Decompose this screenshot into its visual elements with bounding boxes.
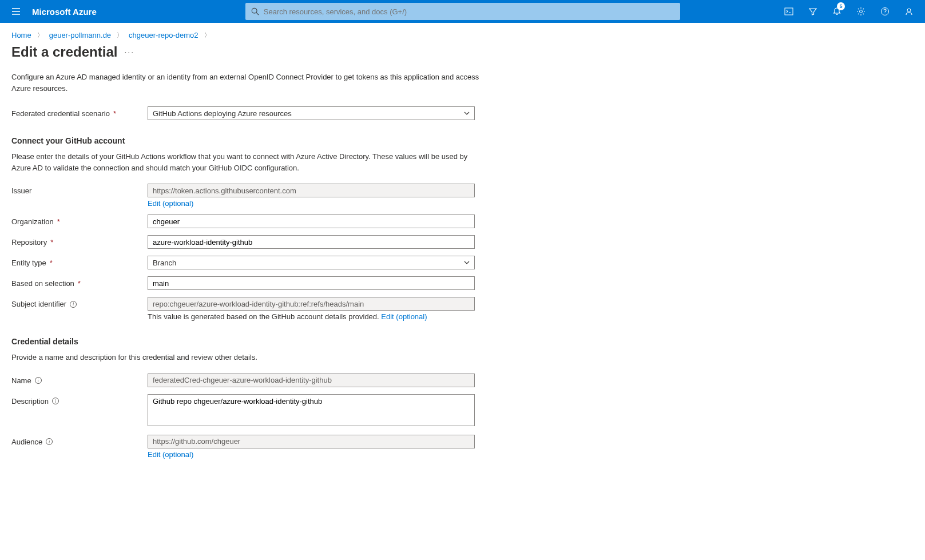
svg-point-2 [860, 10, 863, 13]
info-icon[interactable]: i [46, 438, 53, 445]
gear-icon [856, 7, 866, 16]
hamburger-menu-button[interactable] [5, 0, 27, 23]
info-icon[interactable]: i [70, 301, 77, 308]
scenario-label: Federated credential scenario [11, 109, 110, 118]
required-indicator: * [78, 279, 81, 288]
breadcrumb-home[interactable]: Home [11, 31, 31, 39]
global-search-input[interactable] [245, 3, 680, 20]
help-icon [880, 7, 890, 16]
based-on-input[interactable] [148, 276, 475, 290]
subject-helper-text: This value is generated based on the Git… [148, 312, 379, 321]
entity-type-select[interactable]: Branch [148, 256, 475, 269]
top-navigation-bar: Microsoft Azure 5 [0, 0, 925, 23]
repository-label: Repository [11, 238, 47, 247]
breadcrumb: Home 〉 geuer-pollmann.de 〉 chgeuer-repo-… [0, 23, 925, 44]
chevron-right-icon: 〉 [204, 31, 211, 39]
brand-label[interactable]: Microsoft Azure [32, 7, 97, 17]
notifications-button[interactable]: 5 [825, 0, 848, 23]
subject-identifier-label: Subject identifier [11, 300, 66, 308]
svg-rect-1 [785, 8, 793, 15]
settings-button[interactable] [849, 0, 872, 23]
based-on-label: Based on selection [11, 279, 74, 288]
github-section-title: Connect your GitHub account [11, 136, 618, 145]
breadcrumb-item-2[interactable]: chgeuer-repo-demo2 [129, 31, 198, 39]
feedback-button[interactable] [898, 0, 920, 23]
organization-label: Organization [11, 217, 54, 226]
cloud-shell-icon [784, 7, 793, 16]
required-indicator: * [50, 238, 53, 247]
subject-edit-link[interactable]: Edit (optional) [381, 312, 427, 321]
help-button[interactable] [874, 0, 896, 23]
organization-input[interactable] [148, 215, 475, 228]
svg-point-4 [907, 9, 911, 12]
entity-type-label: Entity type [11, 259, 46, 267]
more-actions-button[interactable]: ··· [124, 47, 134, 57]
credential-section-description: Provide a name and description for this … [11, 352, 481, 363]
issuer-edit-link[interactable]: Edit (optional) [148, 199, 193, 208]
github-section-description: Please enter the details of your GitHub … [11, 151, 481, 173]
feedback-icon [904, 7, 914, 16]
audience-input [148, 435, 475, 448]
required-indicator: * [50, 259, 53, 267]
search-icon [251, 7, 259, 15]
credential-description-input[interactable] [148, 394, 475, 426]
svg-point-0 [252, 8, 257, 13]
required-indicator: * [57, 217, 60, 226]
chevron-right-icon: 〉 [37, 31, 43, 39]
notification-badge: 5 [837, 2, 845, 10]
scenario-select[interactable]: GitHub Actions deploying Azure resources [148, 106, 475, 120]
filter-icon [808, 7, 817, 16]
cloud-shell-button[interactable] [777, 0, 800, 23]
breadcrumb-item-1[interactable]: geuer-pollmann.de [49, 31, 111, 39]
directories-button[interactable] [801, 0, 824, 23]
chevron-right-icon: 〉 [117, 31, 123, 39]
page-title: Edit a credential [11, 44, 117, 60]
hamburger-icon [11, 7, 21, 16]
subject-identifier-input [148, 297, 475, 311]
credential-name-input [148, 374, 475, 387]
credential-section-title: Credential details [11, 337, 618, 346]
page-description: Configure an Azure AD managed identity o… [11, 72, 481, 94]
repository-input[interactable] [148, 235, 475, 249]
issuer-label: Issuer [11, 186, 31, 195]
info-icon[interactable]: i [52, 398, 59, 404]
audience-label: Audience [11, 438, 42, 446]
description-label: Description [11, 397, 49, 406]
name-label: Name [11, 376, 31, 385]
issuer-input [148, 184, 475, 197]
required-indicator: * [113, 109, 116, 118]
info-icon[interactable]: i [35, 377, 42, 384]
audience-edit-link[interactable]: Edit (optional) [148, 450, 193, 459]
